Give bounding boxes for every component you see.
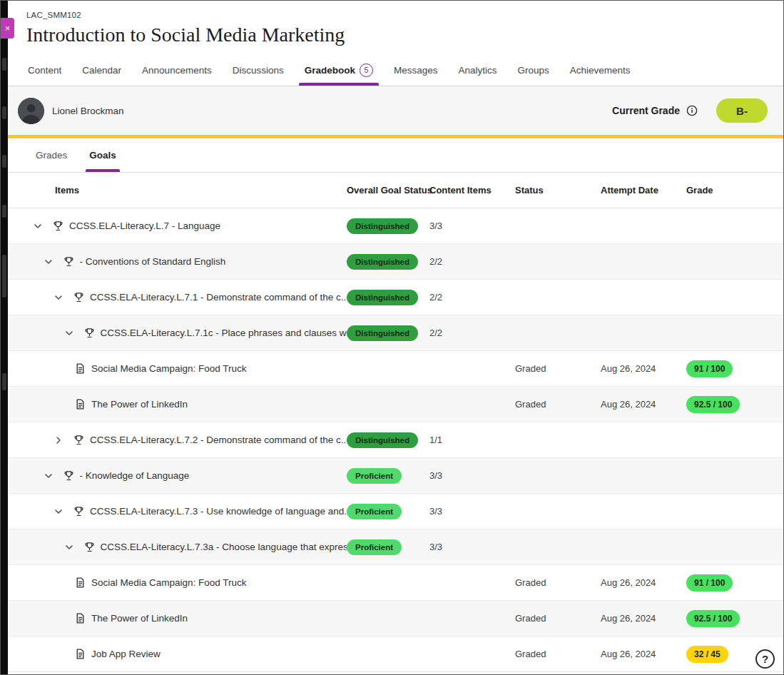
collapsed-nav-strip (1, 1, 8, 674)
current-grade-pill[interactable]: B- (716, 98, 768, 123)
gradebook-subtabs: Grades Goals (1, 138, 783, 173)
subtab-grades[interactable]: Grades (35, 138, 68, 172)
grading-status: Graded (515, 363, 601, 374)
row-label: - Conventions of Standard English (80, 256, 226, 267)
grading-status: Graded (515, 577, 601, 588)
row-label: CCSS.ELA-Literacy.L.7.3 - Use knowledge … (90, 506, 347, 517)
goal-status-badge: Proficient (347, 504, 402, 519)
content-items-count: 2/2 (429, 292, 515, 303)
close-panel-button[interactable]: × (1, 18, 14, 39)
expand-chevron-icon[interactable] (43, 256, 54, 268)
grade-pill[interactable]: 92.5 / 100 (686, 396, 740, 413)
expand-chevron-icon[interactable] (32, 220, 44, 232)
goal-status-badge: Distinguished (347, 325, 418, 341)
row-label: - Knowledge of Language (80, 470, 190, 481)
grade-pill[interactable]: 91 / 100 (686, 574, 733, 592)
goal-status-badge: Distinguished (347, 218, 418, 234)
avatar (18, 98, 44, 124)
document-icon (74, 577, 86, 589)
document-icon (74, 612, 86, 624)
help-button[interactable]: ? (755, 649, 775, 669)
attempt-date: Aug 26, 2024 (601, 399, 686, 410)
question-mark-icon: ? (762, 653, 768, 665)
subtab-goals[interactable]: Goals (88, 138, 117, 172)
row-label: The Power of LinkedIn (91, 399, 188, 410)
row-label: Social Media Campaign: Food Truck (91, 577, 247, 588)
content-items-count: 3/3 (429, 506, 515, 517)
tab-analytics[interactable]: Analytics (457, 54, 499, 86)
tab-achievements[interactable]: Achievements (569, 54, 632, 86)
attempt-date: Aug 26, 2024 (601, 577, 686, 588)
tab-content[interactable]: Content (26, 54, 63, 86)
expand-chevron-icon[interactable] (53, 292, 64, 303)
grade-pill[interactable]: 91 / 100 (686, 360, 733, 377)
content-items-count: 2/2 (429, 328, 515, 338)
gradebook-count-badge: 5 (360, 64, 373, 77)
tab-discussions[interactable]: Discussions (231, 54, 285, 86)
document-icon (74, 648, 86, 660)
expand-chevron-icon[interactable] (53, 506, 64, 517)
table-row: - Knowledge of Language Proficient 3/3 (1, 458, 783, 494)
tab-messages[interactable]: Messages (392, 54, 439, 86)
grade-pill[interactable]: 92.5 / 100 (686, 610, 740, 627)
goal-status-badge: Proficient (347, 468, 402, 484)
trophy-icon (83, 327, 96, 339)
content-items-count: 3/3 (429, 470, 515, 481)
goals-table-header: Items Overall Goal Status Content Items … (1, 173, 783, 208)
document-icon (74, 362, 86, 375)
table-row: Job App Review Graded Aug 26, 2024 32 / … (1, 636, 783, 672)
column-header-grade: Grade (686, 185, 783, 196)
gradebook-page: × LAC_SMM102 Introduction to Social Medi… (0, 0, 784, 675)
row-label: The Power of LinkedIn (91, 613, 188, 624)
table-row: Social Media Campaign: Food Truck Graded… (1, 351, 783, 387)
column-header-content-items: Content Items (429, 185, 515, 196)
goal-status-badge: Proficient (347, 539, 402, 555)
expand-chevron-icon[interactable] (43, 470, 54, 482)
table-row: CCSS.ELA-Literacy.L.7.1c - Place phrases… (1, 315, 783, 351)
row-label: Social Media Campaign: Food Truck (91, 363, 247, 374)
table-row: The Power of LinkedIn Graded Aug 26, 202… (1, 387, 783, 422)
attempt-date: Aug 26, 2024 (601, 613, 686, 624)
table-row: Social Media Campaign: Food Truck Graded… (1, 565, 783, 601)
expand-chevron-icon[interactable] (63, 328, 75, 339)
sidebar-icon (2, 373, 6, 390)
trophy-icon (63, 255, 75, 268)
table-row: CCSS.ELA-Literacy.L.7.1 - Demonstrate co… (1, 280, 783, 315)
column-header-status: Status (515, 185, 601, 196)
goal-status-badge: Distinguished (347, 290, 418, 305)
goal-status-badge: Distinguished (347, 254, 418, 270)
column-header-items: Items (26, 185, 347, 196)
column-header-overall-goal-status: Overall Goal Status (347, 185, 429, 196)
tab-groups[interactable]: Groups (516, 54, 551, 86)
row-label: CCSS.ELA-Literacy.L.7.2 - Demonstrate co… (90, 435, 347, 445)
row-label: Job App Review (91, 649, 161, 659)
info-icon[interactable] (686, 105, 698, 116)
grading-status: Graded (515, 613, 601, 624)
person-icon (18, 98, 44, 124)
trophy-icon (83, 541, 96, 553)
goal-status-badge: Distinguished (347, 432, 418, 448)
content-items-count: 3/3 (429, 542, 515, 552)
grading-status: Graded (515, 399, 601, 410)
grading-status: Graded (515, 649, 601, 659)
table-row: CCSS.ELA-Literacy.L.7.2 - Demonstrate co… (1, 422, 783, 458)
expand-chevron-icon[interactable] (53, 435, 64, 446)
expand-chevron-icon[interactable] (63, 542, 75, 553)
content-items-count: 1/1 (429, 435, 515, 445)
grade-pill[interactable]: 32 / 45 (686, 646, 728, 663)
course-header: LAC_SMM102 Introduction to Social Media … (1, 1, 783, 49)
course-nav: Content Calendar Announcements Discussio… (1, 54, 783, 86)
tab-calendar[interactable]: Calendar (81, 54, 123, 86)
trophy-icon (73, 505, 85, 517)
course-title: Introduction to Social Media Marketing (26, 21, 783, 49)
sidebar-icon (2, 205, 6, 218)
tab-gradebook[interactable]: Gradebook 5 (303, 54, 375, 86)
table-row: CCSS.ELA-Literacy.L.7.3 - Use knowledge … (1, 494, 783, 529)
sidebar-icon (2, 58, 6, 71)
table-row: CCSS.ELA-Literacy.L.7.3a - Choose langua… (1, 529, 783, 565)
sidebar-icon (2, 106, 6, 119)
row-label: CCSS.ELA-Literacy.L.7 - Language (69, 220, 220, 231)
course-code: LAC_SMM102 (26, 11, 783, 19)
sidebar-icon (2, 255, 6, 298)
tab-announcements[interactable]: Announcements (141, 54, 213, 86)
